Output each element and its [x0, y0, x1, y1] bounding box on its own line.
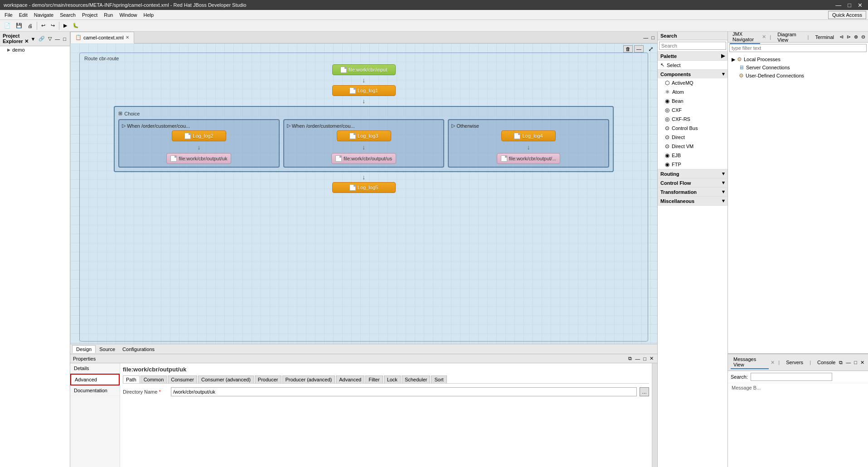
minimize-panel-button[interactable]: —: [54, 36, 61, 42]
tree-item-demo[interactable]: ▶ demo: [0, 46, 70, 53]
tab-configurations[interactable]: Configurations: [119, 346, 158, 353]
editor-tab-close[interactable]: ✕: [126, 35, 129, 40]
properties-controls[interactable]: ⧉ — □ ✕: [627, 356, 655, 361]
palette-section-transformation-header[interactable]: Transformation ▾: [658, 188, 727, 196]
window-controls[interactable]: — □ ✕: [834, 2, 864, 9]
properties-maximize-button[interactable]: □: [642, 356, 647, 361]
messages-button-1[interactable]: ⧉: [838, 360, 844, 366]
palette-select-item[interactable]: ↖ Select: [658, 61, 727, 69]
tab-messages-view[interactable]: Messages View: [731, 356, 769, 369]
jmx-button-2[interactable]: ⊳: [846, 34, 852, 40]
prop-inner-tab-advanced[interactable]: Advanced: [336, 376, 364, 383]
node-file-input[interactable]: file:work/cbr/input: [332, 64, 396, 75]
node-output3[interactable]: file:work/cbr/output/...: [497, 153, 561, 164]
palette-search-input[interactable]: [659, 42, 726, 50]
maximize-panel-button[interactable]: □: [62, 36, 67, 42]
link-with-editor-button[interactable]: 🔗: [38, 36, 46, 42]
properties-close-button[interactable]: ✕: [649, 356, 655, 361]
canvas-expand-button[interactable]: ⤢: [648, 45, 654, 53]
jmx-item-server-connections[interactable]: 🖥 Server Connections: [730, 63, 866, 72]
node-log3[interactable]: Log_log3: [337, 130, 391, 141]
collapse-all-button[interactable]: ▼: [29, 36, 36, 42]
palette-item-control-bus[interactable]: ⊙ Control Bus: [658, 124, 727, 133]
palette-section-components-header[interactable]: Components ▾: [658, 70, 727, 78]
messages-controls[interactable]: ⧉ — □ ✕: [838, 360, 865, 366]
tab-design[interactable]: Design: [72, 345, 96, 353]
palette-item-atom[interactable]: ⚛ Atom: [658, 87, 727, 96]
project-explorer-actions[interactable]: ▼ 🔗 ▽ — □: [29, 36, 67, 42]
editor-minimize-button[interactable]: —: [642, 35, 649, 40]
jmx-filter-input[interactable]: [729, 44, 867, 52]
toolbar-run[interactable]: ▶: [61, 21, 69, 30]
prop-tab-details[interactable]: Details: [70, 363, 120, 374]
jmx-controls[interactable]: ⊲ ⊳ ⊕ ⊖: [839, 34, 866, 40]
prop-inner-tab-lock[interactable]: Lock: [384, 376, 401, 383]
prop-tab-advanced[interactable]: Advanced: [70, 374, 120, 385]
canvas-collapse-button[interactable]: —: [634, 45, 644, 53]
toolbar-undo[interactable]: ↩: [39, 21, 48, 30]
palette-item-ftp[interactable]: ◉ FTP: [658, 160, 727, 169]
menu-help[interactable]: Help: [141, 11, 157, 19]
tab-servers[interactable]: Servers: [783, 359, 806, 366]
jmx-item-user-connections[interactable]: ⚙ User-Defined Connections: [730, 72, 866, 80]
properties-scrollbar[interactable]: [652, 363, 657, 467]
palette-section-routing-header[interactable]: Routing ▾: [658, 169, 727, 178]
prop-inner-tab-producer[interactable]: Producer: [255, 376, 281, 383]
prop-inner-tab-common[interactable]: Common: [141, 376, 167, 383]
node-output2[interactable]: file:work/cbr/output/us: [331, 153, 396, 164]
node-log2[interactable]: Log_log2: [172, 130, 226, 141]
tab-diagram-view[interactable]: Diagram View: [775, 31, 804, 43]
canvas-delete-button[interactable]: 🗑: [623, 45, 633, 53]
prop-inner-tab-scheduler[interactable]: Scheduler: [402, 376, 431, 383]
prop-inner-tab-consumer[interactable]: Consumer: [168, 376, 197, 383]
jmx-button-4[interactable]: ⊖: [860, 34, 866, 40]
toolbar-print[interactable]: 🖨: [25, 22, 35, 30]
prop-browse-button[interactable]: …: [640, 387, 649, 396]
prop-inner-tab-path[interactable]: Path: [123, 376, 140, 383]
prop-directory-input[interactable]: [171, 387, 637, 396]
palette-item-bean[interactable]: ◉ Bean: [658, 96, 727, 106]
toolbar-save[interactable]: 💾: [14, 21, 24, 30]
editor-maximize-button[interactable]: □: [650, 35, 655, 40]
menu-search[interactable]: Search: [57, 11, 78, 19]
palette-item-activemq[interactable]: ⬡ ActiveMQ: [658, 78, 727, 87]
palette-item-direct-vm[interactable]: ⊙ Direct VM: [658, 142, 727, 151]
node-log1[interactable]: Log_log1: [332, 85, 396, 96]
menu-window[interactable]: Window: [116, 11, 140, 19]
toolbar-debug[interactable]: 🐛: [70, 21, 81, 30]
palette-section-palette-header[interactable]: Palette ▶: [658, 52, 727, 60]
tab-jmx-navigator[interactable]: JMX Navigator: [730, 30, 760, 44]
palette-item-cxf[interactable]: ◎ CXF: [658, 106, 727, 115]
close-button[interactable]: ✕: [856, 2, 864, 9]
editor-tab-camel-context[interactable]: 📋 camel-context.xml ✕: [70, 32, 134, 43]
jmx-button-1[interactable]: ⊲: [839, 34, 844, 40]
tab-console[interactable]: Console: [815, 359, 838, 366]
palette-section-control-flow-header[interactable]: Control Flow ▾: [658, 178, 727, 187]
toolbar-redo[interactable]: ↪: [48, 21, 57, 30]
view-menu-button[interactable]: ▽: [47, 36, 53, 42]
node-log4[interactable]: Log_log4: [501, 130, 556, 141]
prop-inner-tab-sort[interactable]: Sort: [431, 376, 446, 383]
menu-run[interactable]: Run: [101, 11, 116, 19]
messages-close-button[interactable]: ✕: [859, 360, 865, 366]
canvas-area[interactable]: 🗑 — ⤢ Route cbr-route file:work/cbr/inpu…: [70, 43, 657, 344]
menu-file[interactable]: File: [2, 11, 15, 19]
prop-inner-tab-filter[interactable]: Filter: [365, 376, 383, 383]
palette-item-ejb[interactable]: ◉ EJB: [658, 151, 727, 160]
toolbar-new[interactable]: 📄: [2, 21, 13, 30]
prop-inner-tab-producer-adv[interactable]: Producer (advanced): [282, 376, 335, 383]
tab-source[interactable]: Source: [96, 346, 119, 353]
minimize-button[interactable]: —: [834, 2, 843, 9]
palette-item-cxf-rs[interactable]: ◎ CXF-RS: [658, 115, 727, 124]
jmx-button-3[interactable]: ⊕: [853, 34, 859, 40]
quick-access-button[interactable]: Quick Access: [828, 11, 866, 19]
jmx-item-local-processes[interactable]: ▶ ⚙ Local Processes: [730, 55, 866, 63]
menu-edit[interactable]: Edit: [16, 11, 30, 19]
messages-maximize-button[interactable]: □: [853, 360, 858, 366]
properties-minimize-button[interactable]: —: [634, 356, 641, 361]
menu-project[interactable]: Project: [79, 11, 100, 19]
tab-terminal[interactable]: Terminal: [812, 34, 837, 41]
editor-tab-controls[interactable]: — □: [642, 35, 657, 40]
canvas-toolbar[interactable]: 🗑 —: [623, 45, 644, 53]
messages-minimize-button[interactable]: —: [845, 360, 852, 366]
